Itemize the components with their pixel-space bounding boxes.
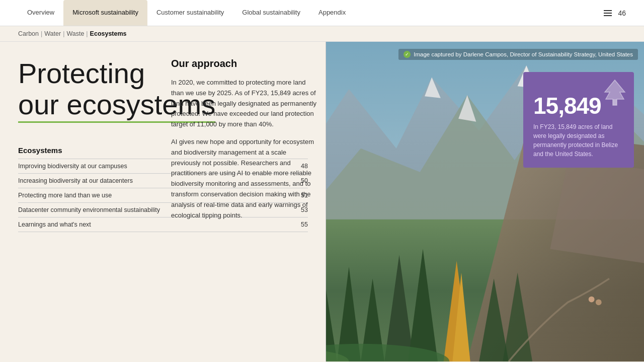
tab-customer-sustainability[interactable]: Customer sustainability — [147, 0, 233, 26]
breadcrumb-active[interactable]: Ecosystems — [90, 30, 127, 37]
tab-overview[interactable]: Overview — [18, 0, 63, 26]
approach-title: Our approach — [171, 58, 317, 69]
approach-panel: Our approach In 2020, we committed to pr… — [171, 58, 317, 228]
tree-icon — [603, 79, 627, 106]
svg-point-18 — [589, 297, 595, 303]
page-number: 46 — [618, 9, 626, 17]
caption-check-icon: ✓ — [404, 51, 411, 58]
approach-paragraph-2: AI gives new hope and opportunity for ec… — [171, 137, 317, 221]
main-content: Protecting our ecosystems Ecosystems Imp… — [0, 42, 644, 361]
hamburger-icon[interactable] — [604, 10, 612, 16]
breadcrumb-water[interactable]: Water — [44, 30, 61, 37]
svg-point-19 — [596, 300, 602, 306]
breadcrumb-carbon[interactable]: Carbon — [18, 30, 39, 37]
hero-title-line1: Protecting — [18, 57, 145, 89]
breadcrumb-waste[interactable]: Waste — [66, 30, 84, 37]
svg-rect-23 — [613, 99, 617, 105]
caption-text: Image captured by Darlene Campos, Direct… — [414, 51, 633, 57]
approach-paragraph-1: In 2020, we committed to protecting more… — [171, 78, 317, 130]
image-caption: ✓ Image captured by Darlene Campos, Dire… — [398, 49, 638, 60]
tab-global-sustainability[interactable]: Global sustainability — [233, 0, 309, 26]
page-indicator: 46 — [604, 9, 626, 17]
tab-appendix[interactable]: Appendix — [309, 0, 355, 26]
stats-description: In FY23, 15,849 acres of land were legal… — [533, 122, 624, 159]
nav-tabs: Overview Microsoft sustainability Custom… — [18, 0, 355, 26]
separator-1: | — [41, 30, 42, 37]
separator-2: | — [63, 30, 64, 37]
image-panel: ✓ Image captured by Darlene Campos, Dire… — [326, 42, 644, 361]
top-navigation: Overview Microsoft sustainability Custom… — [0, 0, 644, 26]
breadcrumb: Carbon | Water | Waste | Ecosystems — [0, 26, 644, 42]
left-panel: Protecting our ecosystems Ecosystems Imp… — [0, 42, 326, 361]
stats-card: 15,849 In FY23, 15,849 acres of land wer… — [523, 72, 634, 168]
separator-3: | — [86, 30, 88, 37]
tab-microsoft-sustainability[interactable]: Microsoft sustainability — [63, 0, 147, 26]
